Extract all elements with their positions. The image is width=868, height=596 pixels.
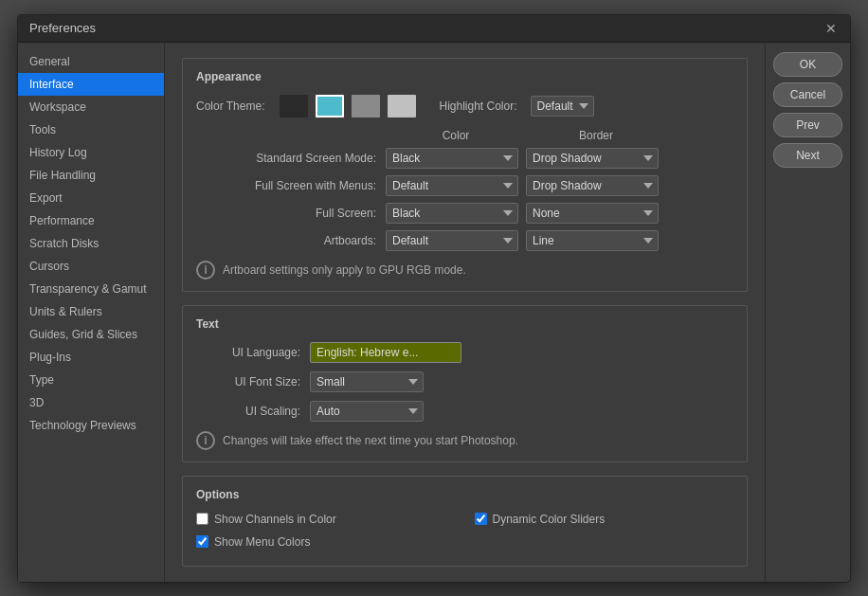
theme-swatch-mid[interactable]	[352, 95, 380, 117]
color-theme-label: Color Theme:	[196, 99, 264, 113]
dialog-body: GeneralInterfaceWorkspaceToolsHistory Lo…	[18, 43, 850, 582]
artboards-row: Artboards: Default Black White Line Drop…	[196, 230, 733, 251]
sidebar-item-guides-grid--slices[interactable]: Guides, Grid & Slices	[18, 323, 164, 346]
ok-button[interactable]: OK	[773, 52, 842, 77]
text-section-title: Text	[196, 317, 733, 331]
ui-scaling-label: UI Scaling:	[196, 405, 310, 418]
sidebar-item-3d[interactable]: 3D	[18, 391, 164, 414]
sidebar-item-workspace[interactable]: Workspace	[18, 96, 164, 118]
sidebar-item-plug-ins[interactable]: Plug-Ins	[18, 346, 164, 369]
info-icon: i	[196, 261, 215, 280]
options-title: Options	[196, 488, 733, 501]
checkbox-grid: Show Channels in Color Dynamic Color Sli…	[196, 513, 733, 554]
full-screen-border-select[interactable]: None Drop Shadow Line	[526, 203, 659, 224]
prev-button[interactable]: Prev	[773, 113, 842, 137]
highlight-color-select[interactable]: Default Blue Red	[531, 96, 594, 117]
full-screen-menus-row: Full Screen with Menus: Default Black Wh…	[196, 175, 733, 196]
text-info-row: i Changes will take effect the next time…	[196, 431, 733, 450]
title-bar: Preferences ✕	[18, 15, 850, 43]
sidebar-item-general[interactable]: General	[18, 50, 164, 73]
preferences-dialog: Preferences ✕ GeneralInterfaceWorkspaceT…	[17, 14, 851, 583]
theme-swatch-dark[interactable]	[280, 95, 308, 117]
sidebar-item-file-handling[interactable]: File Handling	[18, 164, 164, 187]
sidebar-item-performance[interactable]: Performance	[18, 209, 164, 232]
full-screen-row: Full Screen: Black Default White None Dr…	[196, 203, 733, 224]
sidebar-item-scratch-disks[interactable]: Scratch Disks	[18, 232, 164, 255]
ui-font-size-select[interactable]: Small Medium Large	[310, 371, 424, 392]
ui-language-row: UI Language: English: Hebrew e...	[196, 342, 733, 363]
text-section: Text UI Language: English: Hebrew e... U…	[182, 305, 748, 462]
ui-font-size-label: UI Font Size:	[196, 375, 310, 388]
full-screen-menus-color-select[interactable]: Default Black White	[386, 175, 518, 196]
sidebar-item-technology-previews[interactable]: Technology Previews	[18, 414, 164, 437]
standard-screen-border-select[interactable]: Drop Shadow None Line	[526, 148, 659, 169]
highlight-color-label: Highlight Color:	[439, 99, 516, 113]
artboard-info-text: Artboard settings only apply to GPU RGB …	[223, 263, 466, 277]
artboards-color-select[interactable]: Default Black White	[386, 230, 518, 251]
full-screen-label: Full Screen:	[196, 207, 386, 220]
artboard-info-row: i Artboard settings only apply to GPU RG…	[196, 261, 733, 280]
sidebar-item-transparency--gamut[interactable]: Transparency & Gamut	[18, 278, 164, 300]
full-screen-color-select[interactable]: Black Default White	[386, 203, 518, 224]
dynamic-color-row: Dynamic Color Sliders	[475, 513, 734, 526]
appearance-section: Appearance Color Theme: Highlight Color:…	[182, 58, 748, 292]
sidebar-item-export[interactable]: Export	[18, 187, 164, 209]
ui-language-select[interactable]: English: Hebrew e...	[310, 342, 461, 363]
standard-screen-color-select[interactable]: Black Default White	[386, 148, 518, 169]
show-menu-label[interactable]: Show Menu Colors	[214, 535, 310, 549]
cancel-button[interactable]: Cancel	[773, 82, 842, 107]
artboards-border-select[interactable]: Line Drop Shadow None	[526, 230, 659, 251]
text-info-icon: i	[196, 431, 215, 450]
options-section: Options Show Channels in Color Dynamic C…	[182, 476, 748, 567]
border-col-header: Border	[526, 129, 666, 142]
ui-language-label: UI Language:	[196, 346, 310, 359]
ui-font-size-row: UI Font Size: Small Medium Large	[196, 371, 733, 392]
appearance-title: Appearance	[196, 70, 733, 83]
text-info-text: Changes will take effect the next time y…	[223, 434, 518, 447]
buttons-panel: OK Cancel Prev Next	[765, 43, 850, 582]
sidebar-item-tools[interactable]: Tools	[18, 118, 164, 141]
theme-swatch-blue[interactable]	[316, 95, 344, 117]
color-col-header: Color	[386, 129, 526, 142]
dynamic-color-label[interactable]: Dynamic Color Sliders	[493, 513, 606, 526]
sidebar-item-interface[interactable]: Interface	[18, 73, 164, 96]
sidebar-item-cursors[interactable]: Cursors	[18, 255, 164, 278]
show-menu-row: Show Menu Colors	[196, 535, 456, 549]
standard-screen-label: Standard Screen Mode:	[196, 152, 386, 165]
col-headers: Color Border	[386, 129, 733, 142]
dialog-title: Preferences	[29, 21, 96, 35]
sidebar-item-history-log[interactable]: History Log	[18, 141, 164, 164]
show-channels-checkbox[interactable]	[196, 513, 208, 525]
show-channels-row: Show Channels in Color	[196, 513, 456, 526]
show-channels-label[interactable]: Show Channels in Color	[214, 513, 336, 526]
ui-scaling-select[interactable]: Auto 100% 150% 200%	[310, 401, 424, 422]
ui-scaling-row: UI Scaling: Auto 100% 150% 200%	[196, 401, 733, 422]
standard-screen-row: Standard Screen Mode: Black Default Whit…	[196, 148, 733, 169]
close-button[interactable]: ✕	[823, 21, 839, 36]
artboards-label: Artboards:	[196, 234, 386, 247]
full-screen-menus-border-select[interactable]: Drop Shadow None Line	[526, 175, 659, 196]
next-button[interactable]: Next	[773, 143, 842, 168]
theme-swatch-light[interactable]	[388, 95, 416, 117]
full-screen-menus-label: Full Screen with Menus:	[196, 179, 386, 192]
sidebar: GeneralInterfaceWorkspaceToolsHistory Lo…	[18, 43, 165, 582]
dynamic-color-checkbox[interactable]	[475, 513, 487, 525]
sidebar-item-units--rulers[interactable]: Units & Rulers	[18, 300, 164, 323]
sidebar-item-type[interactable]: Type	[18, 369, 164, 391]
color-theme-row: Color Theme: Highlight Color: Default Bl…	[196, 95, 733, 117]
main-content: Appearance Color Theme: Highlight Color:…	[165, 43, 765, 582]
show-menu-checkbox[interactable]	[196, 535, 208, 548]
